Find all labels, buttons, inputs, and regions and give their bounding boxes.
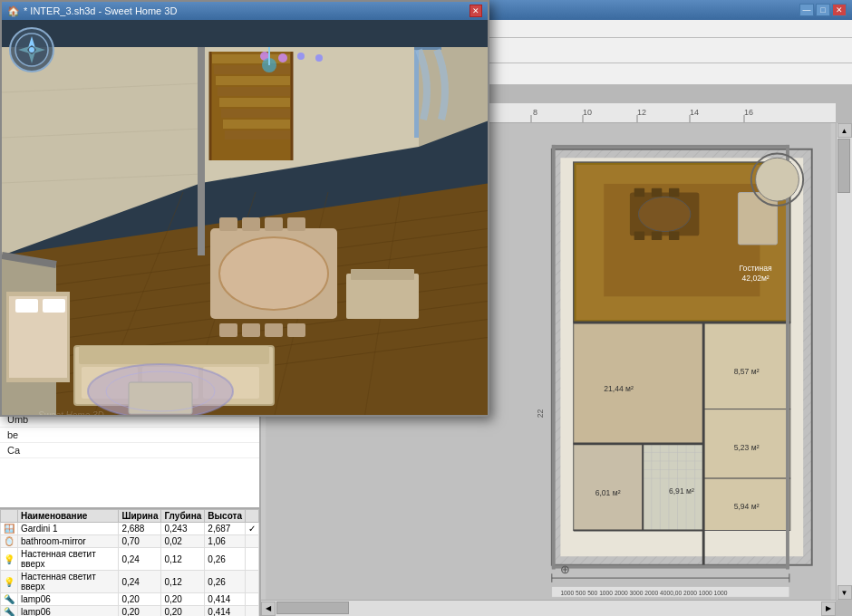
row-check: ✓ bbox=[246, 523, 259, 535]
row-name: Gardini 1 bbox=[18, 523, 119, 535]
table-row[interactable]: 💡 Настенная светит вверх 0,24 0,12 0,26 bbox=[1, 548, 259, 571]
svg-rect-68 bbox=[786, 145, 789, 570]
svg-point-146 bbox=[315, 54, 323, 62]
svg-text:Гостиная: Гостиная bbox=[740, 264, 772, 273]
svg-point-123 bbox=[219, 237, 328, 310]
svg-rect-32 bbox=[652, 188, 662, 197]
window-3d-icon: 🏠 bbox=[7, 5, 20, 17]
navigation-compass[interactable] bbox=[9, 27, 54, 72]
row-w: 2,688 bbox=[119, 523, 161, 535]
horizontal-scrollbar[interactable]: ◀ ▶ bbox=[261, 600, 836, 616]
row-h: 1,06 bbox=[205, 535, 246, 548]
svg-rect-125 bbox=[242, 217, 260, 231]
furniture-table: Наименование Ширина Глубина Высота 🪟 Gar… bbox=[0, 509, 259, 616]
vertical-scrollbar[interactable]: ▲ ▼ bbox=[836, 123, 852, 600]
window-3d-title-text: * INTER_3.sh3d - Sweet Home 3D bbox=[24, 5, 177, 16]
row-d: 0,243 bbox=[161, 523, 205, 535]
svg-rect-139 bbox=[346, 274, 419, 319]
cat-ca[interactable]: Ca bbox=[0, 443, 259, 458]
svg-text:8,57 м²: 8,57 м² bbox=[734, 367, 760, 376]
svg-rect-128 bbox=[219, 323, 237, 337]
svg-rect-127 bbox=[287, 217, 305, 231]
svg-rect-46 bbox=[574, 444, 644, 531]
cat-be[interactable]: be bbox=[0, 428, 259, 443]
table-row[interactable]: 💡 Настенная светит вверх 0,24 0,12 0,26 bbox=[1, 571, 259, 593]
col-name: Наименование bbox=[18, 510, 119, 523]
row-icon: 💡 bbox=[1, 548, 18, 571]
row-name: bathroom-mirror bbox=[18, 535, 119, 548]
row-h: 0,26 bbox=[205, 548, 246, 571]
row-name: lamp06 bbox=[18, 593, 119, 606]
window-controls: — □ ✕ bbox=[799, 4, 847, 16]
svg-rect-42 bbox=[703, 322, 790, 409]
compass-svg bbox=[14, 32, 50, 68]
row-icon: 🔦 bbox=[1, 606, 18, 617]
window-3d-viewport[interactable]: Sweet Home 3D bbox=[2, 20, 488, 415]
svg-rect-109 bbox=[214, 65, 290, 74]
svg-text:⊕: ⊕ bbox=[560, 563, 570, 576]
row-w: 0,20 bbox=[119, 606, 161, 617]
window-3d-close-button[interactable]: ✕ bbox=[470, 5, 482, 17]
table-row[interactable]: 🪞 bathroom-mirror 0,70 0,02 1,06 bbox=[1, 535, 259, 548]
row-icon: 🪟 bbox=[1, 523, 18, 535]
minimize-button[interactable]: — bbox=[799, 4, 814, 16]
scroll-track-v bbox=[837, 138, 852, 585]
svg-rect-31 bbox=[634, 188, 644, 197]
table-row[interactable]: 🔦 lamp06 0,20 0,20 0,414 bbox=[1, 593, 259, 606]
col-width: Ширина bbox=[119, 510, 161, 523]
svg-rect-113 bbox=[221, 109, 290, 118]
col-depth: Глубина bbox=[161, 510, 205, 523]
table-row[interactable]: 🔦 lamp06 0,20 0,20 0,414 bbox=[1, 606, 259, 617]
table-row[interactable]: 🪟 Gardini 1 2,688 0,243 2,687 ✓ bbox=[1, 523, 259, 535]
svg-point-144 bbox=[278, 53, 287, 63]
scroll-down-button[interactable]: ▼ bbox=[837, 585, 852, 600]
row-check bbox=[246, 593, 259, 606]
scroll-thumb-h[interactable] bbox=[276, 602, 349, 614]
svg-rect-142 bbox=[414, 47, 441, 50]
svg-rect-35 bbox=[652, 232, 662, 241]
window-3d[interactable]: 🏠 * INTER_3.sh3d - Sweet Home 3D ✕ bbox=[0, 0, 489, 417]
svg-rect-120 bbox=[15, 299, 38, 313]
svg-rect-126 bbox=[265, 217, 283, 231]
row-icon: 🪞 bbox=[1, 535, 18, 548]
svg-text:12: 12 bbox=[637, 108, 646, 117]
row-name: Настенная светит вверх bbox=[18, 571, 119, 593]
svg-text:8: 8 bbox=[533, 108, 537, 117]
svg-rect-112 bbox=[219, 98, 290, 107]
svg-rect-108 bbox=[212, 54, 290, 63]
svg-rect-121 bbox=[43, 299, 65, 313]
svg-rect-124 bbox=[219, 217, 237, 231]
svg-rect-110 bbox=[216, 76, 290, 85]
scroll-thumb-v[interactable] bbox=[837, 139, 850, 193]
row-d: 0,12 bbox=[161, 571, 205, 593]
svg-text:14: 14 bbox=[690, 108, 699, 117]
svg-rect-130 bbox=[265, 323, 283, 337]
row-w: 0,24 bbox=[119, 571, 161, 593]
row-d: 0,12 bbox=[161, 548, 205, 571]
col-icon bbox=[1, 510, 18, 523]
svg-rect-33 bbox=[669, 188, 679, 197]
svg-rect-131 bbox=[287, 323, 305, 337]
svg-rect-69 bbox=[552, 145, 789, 149]
svg-rect-115 bbox=[225, 130, 290, 140]
svg-point-30 bbox=[638, 197, 690, 231]
scroll-right-button[interactable]: ▶ bbox=[821, 602, 836, 616]
scroll-up-button[interactable]: ▲ bbox=[837, 123, 852, 138]
close-button[interactable]: ✕ bbox=[832, 4, 847, 16]
svg-rect-140 bbox=[351, 269, 414, 280]
svg-rect-36 bbox=[669, 232, 679, 241]
svg-text:10: 10 bbox=[583, 108, 592, 117]
svg-text:5,94 м²: 5,94 м² bbox=[734, 502, 760, 511]
svg-text:22: 22 bbox=[536, 409, 545, 418]
svg-point-72 bbox=[756, 158, 799, 201]
svg-text:16: 16 bbox=[744, 108, 753, 117]
svg-text:Sweet Home 3D: Sweet Home 3D bbox=[38, 410, 104, 415]
scroll-left-button[interactable]: ◀ bbox=[261, 602, 276, 616]
svg-rect-111 bbox=[218, 87, 290, 96]
row-w: 0,24 bbox=[119, 548, 161, 571]
svg-text:6,91 м²: 6,91 м² bbox=[669, 486, 694, 496]
svg-rect-70 bbox=[552, 565, 789, 569]
maximize-button[interactable]: □ bbox=[816, 4, 830, 16]
row-check bbox=[246, 548, 259, 571]
svg-text:21,44 м²: 21,44 м² bbox=[604, 384, 634, 393]
